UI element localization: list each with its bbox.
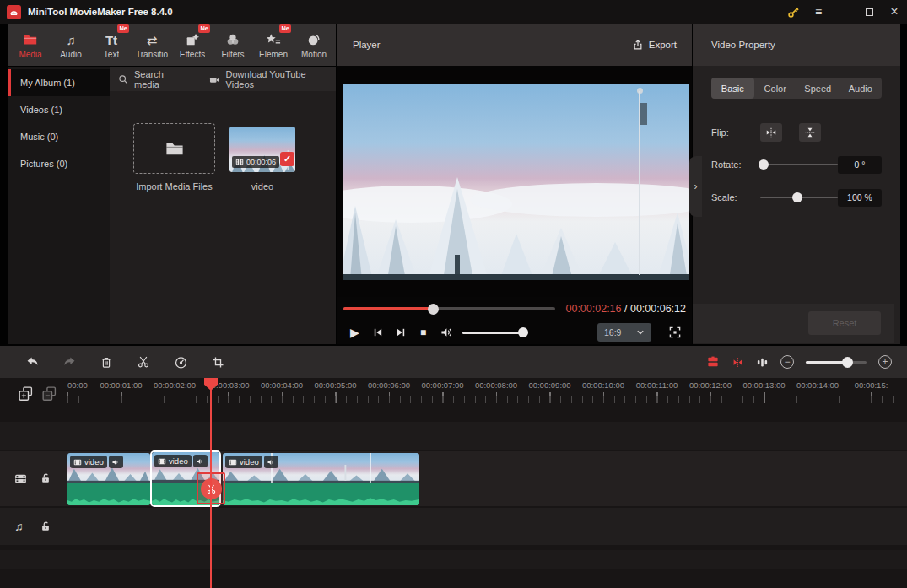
undo-button[interactable] — [24, 353, 40, 370]
play-button[interactable]: ▶ — [343, 321, 366, 343]
previous-frame-button[interactable] — [366, 321, 389, 343]
scale-slider[interactable] — [760, 197, 838, 198]
search-media-button[interactable]: Search media — [118, 69, 186, 89]
video-track-icon — [14, 472, 27, 485]
tab-audio[interactable]: ♫ Audio — [51, 24, 91, 66]
remove-track-button[interactable] — [41, 386, 57, 402]
scale-value-box[interactable]: 100 % — [838, 189, 882, 207]
timecode: 00:00:02:16 / 00:00:06:12 — [565, 303, 686, 315]
seek-bar-fill — [343, 307, 433, 310]
sidebar-item-label: Videos (1) — [20, 105, 62, 115]
video-track-lock-button[interactable] — [40, 472, 51, 484]
timeline-zoom-slider[interactable] — [806, 361, 867, 364]
app-logo-icon — [7, 5, 21, 19]
scale-label: Scale: — [711, 192, 760, 202]
volume-fill — [462, 332, 523, 334]
divider — [711, 111, 882, 111]
export-button[interactable]: Export — [632, 39, 677, 51]
tab-transition[interactable]: ⇄ Transitio — [132, 24, 172, 66]
tab-text[interactable]: Ne Tt Text — [91, 24, 132, 66]
fullscreen-button[interactable] — [663, 321, 686, 343]
tab-basic[interactable]: Basic — [711, 78, 754, 99]
tab-motion[interactable]: Motion — [294, 24, 334, 66]
video-property-panel: Video Property Basic Color Speed Audio F… — [693, 24, 900, 344]
fit-timeline-button[interactable] — [706, 355, 720, 369]
tab-speed[interactable]: Speed — [796, 78, 840, 99]
clip-waveform — [223, 483, 419, 505]
ruler-label: 00:00:10:00 — [582, 380, 624, 390]
previous-frame-icon — [372, 326, 384, 338]
playhead-line[interactable] — [210, 378, 212, 588]
add-track-button[interactable] — [18, 386, 34, 402]
overlay-track-row[interactable] — [0, 422, 907, 450]
scissors-icon — [137, 355, 150, 369]
reset-label: Reset — [833, 318, 857, 328]
zoom-out-icon: − — [784, 357, 790, 367]
current-time: 00:00:02:16 — [565, 303, 621, 315]
aspect-ratio-dropdown[interactable]: 16:9 — [597, 323, 651, 342]
zoom-out-button[interactable]: − — [780, 355, 794, 369]
sidebar-item-music[interactable]: Music (0) — [8, 123, 110, 150]
tab-media[interactable]: Media — [10, 24, 51, 66]
maximize-button[interactable] — [856, 0, 882, 24]
volume-slider[interactable] — [462, 332, 528, 334]
delete-button[interactable] — [98, 353, 115, 370]
rotate-value-box[interactable]: 0 ° — [838, 156, 882, 174]
tab-elements[interactable]: Ne Elemen — [253, 24, 294, 66]
sidebar-item-my-album[interactable]: My Album (1) — [8, 69, 110, 96]
volume-handle[interactable] — [518, 327, 528, 337]
timeline-zoom-fill — [806, 361, 847, 364]
speed-button[interactable] — [172, 353, 189, 370]
clip-sound-chip[interactable] — [109, 456, 123, 468]
timeline-clip[interactable]: video — [67, 453, 150, 505]
seek-bar[interactable] — [343, 307, 555, 310]
redo-button[interactable] — [61, 353, 78, 370]
rotate-slider-handle[interactable] — [759, 159, 769, 170]
crop-button[interactable] — [209, 353, 226, 370]
timeline-toolbar-right: − + — [706, 355, 907, 369]
zoom-in-button[interactable]: + — [878, 355, 892, 369]
minimize-button[interactable]: – — [831, 0, 856, 24]
menu-button[interactable]: ≡ — [806, 0, 831, 24]
audio-track-lock-button[interactable] — [40, 520, 51, 532]
app-window: MiniTool MovieMaker Free 8.4.0 ≡ – × Med… — [0, 0, 907, 588]
stop-button[interactable]: ■ — [412, 321, 435, 343]
scale-slider-handle[interactable] — [792, 192, 802, 202]
seek-handle[interactable] — [428, 304, 439, 315]
sidebar-item-pictures[interactable]: Pictures (0) — [8, 150, 110, 177]
flip-vertical-button[interactable] — [799, 123, 821, 142]
timeline-zoom-handle[interactable] — [842, 357, 853, 368]
library-video-thumbnail[interactable]: 00:00:06 ✓ — [229, 127, 295, 172]
mute-button[interactable] — [435, 321, 457, 343]
tab-effects[interactable]: Ne Effects — [172, 24, 213, 66]
sidebar-item-videos[interactable]: Videos (1) — [8, 96, 110, 123]
download-youtube-button[interactable]: Download YouTube Videos — [208, 69, 327, 89]
panel-collapse-handle[interactable]: › — [689, 156, 702, 217]
audio-track-row[interactable] — [0, 508, 907, 545]
flip-horizontal-button[interactable] — [760, 123, 782, 142]
import-media-card[interactable] — [133, 123, 215, 174]
unlock-icon — [40, 520, 51, 532]
next-frame-button[interactable] — [389, 321, 412, 343]
clip-sound-chip[interactable] — [193, 455, 208, 467]
reset-button[interactable]: Reset — [808, 311, 881, 335]
ruler-label: 00:00:09:00 — [528, 380, 570, 390]
timeline-clip[interactable]: video — [223, 453, 419, 505]
motion-icon — [306, 30, 321, 49]
split-button[interactable] — [135, 353, 152, 370]
tab-color[interactable]: Color — [754, 78, 797, 99]
flip-row: Flip: — [711, 122, 882, 143]
tab-filters[interactable]: Filters — [213, 24, 253, 66]
flip-horizontal-icon — [765, 127, 777, 138]
close-button[interactable]: × — [882, 0, 907, 24]
tab-audio-prop[interactable]: Audio — [840, 78, 883, 99]
clip-sound-chip[interactable] — [264, 456, 278, 468]
play-icon: ▶ — [350, 326, 359, 338]
license-key-icon[interactable] — [780, 0, 806, 24]
property-footer: Reset — [693, 304, 894, 343]
trash-icon — [100, 355, 113, 370]
speaker-icon — [196, 457, 204, 466]
audio-meter-button[interactable] — [756, 356, 769, 369]
quick-split-button[interactable] — [732, 356, 744, 369]
rotate-slider[interactable] — [760, 164, 838, 165]
